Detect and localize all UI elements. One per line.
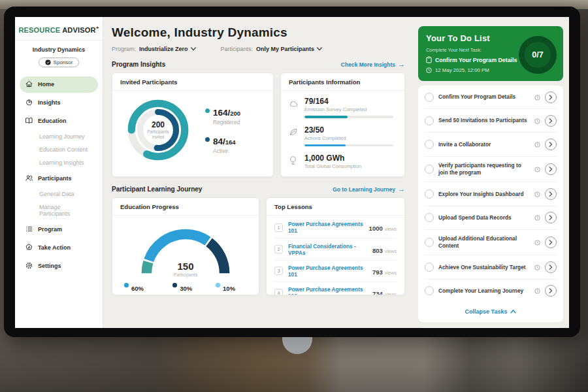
chevron-right-icon bbox=[549, 215, 553, 220]
todo-task-row: Complete Your Learning Journey bbox=[425, 280, 557, 302]
sidebar: RESOURCE ADVISOR+ Industry Dynamics Spon… bbox=[15, 17, 103, 328]
task-checkbox[interactable] bbox=[425, 165, 434, 174]
gauge-center-value: 150 bbox=[137, 261, 235, 272]
sponsor-badge[interactable]: Sponsor bbox=[39, 57, 80, 67]
legend-total: 200 bbox=[230, 110, 240, 117]
task-open-button[interactable] bbox=[545, 212, 557, 223]
donut-center-value: 200 bbox=[152, 120, 165, 129]
top-lessons-list: 1 Power Purchase Agreements 101 1000view… bbox=[267, 216, 404, 295]
donut-legend-item: 84/164 Active bbox=[205, 135, 240, 154]
sidebar-item-label: General Data bbox=[39, 191, 74, 197]
learning-journey-title: Participant Learning Journey bbox=[112, 186, 202, 193]
lesson-title-link[interactable]: Power Purchase Agreements 101 bbox=[288, 265, 367, 278]
lesson-row: 3 Power Purchase Agreements 101 793views bbox=[274, 261, 397, 282]
participants-filter-select[interactable]: Only My Participants bbox=[256, 46, 322, 52]
task-clock-icon bbox=[534, 188, 540, 200]
task-label: Send 50 Invitations to Participants bbox=[438, 117, 530, 124]
sidebar-item-home[interactable]: Home bbox=[20, 76, 98, 93]
sidebar-item-program[interactable]: Program bbox=[20, 221, 98, 238]
monitor-bezel: RESOURCE ADVISOR+ Industry Dynamics Spon… bbox=[4, 7, 580, 337]
metric-progress-bar bbox=[304, 144, 393, 147]
go-to-learning-journey-link[interactable]: Go to Learning Journey → bbox=[333, 186, 405, 193]
sidebar-item-insights[interactable]: Insights bbox=[20, 95, 98, 111]
task-checkbox[interactable] bbox=[425, 238, 434, 247]
sidebar-item-learning-insights[interactable]: Learning Insights bbox=[20, 157, 98, 169]
task-checkbox[interactable] bbox=[425, 93, 434, 102]
sidebar-item-general-data[interactable]: General Data bbox=[20, 189, 98, 200]
task-label: Invite a Collaborator bbox=[438, 141, 530, 148]
task-checkbox[interactable] bbox=[425, 213, 434, 222]
logo-plus: + bbox=[96, 25, 99, 31]
lesson-row: 2 Financial Considerations - VPPAs 803vi… bbox=[274, 238, 397, 260]
program-insights-title: Program Insights bbox=[112, 61, 165, 68]
chevron-up-icon bbox=[510, 310, 516, 314]
collapse-tasks-link[interactable]: Collapse Tasks bbox=[425, 302, 557, 322]
collapse-tasks-label: Collapse Tasks bbox=[465, 308, 508, 315]
lesson-rank: 3 bbox=[274, 267, 283, 275]
participants-filter: Participants: Only My Participants bbox=[221, 46, 323, 52]
sidebar-item-label: Education bbox=[38, 118, 67, 124]
todo-task-row: Send 50 Invitations to Participants bbox=[425, 109, 557, 133]
todo-progress-value: 0/7 bbox=[525, 42, 551, 68]
gauge-legend-item: 30% Pending bbox=[172, 282, 197, 295]
sidebar-item-label: Insights bbox=[38, 99, 61, 106]
program-filter-select[interactable]: Industrialize Zero bbox=[139, 46, 196, 52]
recent-news-card: Recent News bbox=[418, 327, 563, 328]
task-checkbox[interactable] bbox=[425, 189, 434, 199]
metric-value: 23/50 bbox=[304, 125, 393, 135]
top-lessons-card: Top Lessons 1 Power Purchase Agreements … bbox=[266, 197, 405, 295]
lesson-rank: 1 bbox=[274, 223, 283, 232]
task-label: Confirm Your Program Details bbox=[438, 93, 530, 101]
metric-label: Emission Survey Completed bbox=[304, 106, 393, 112]
task-open-button[interactable] bbox=[545, 261, 557, 273]
check-more-insights-link[interactable]: Check More Insights → bbox=[341, 61, 405, 68]
education-icon bbox=[25, 116, 33, 126]
task-open-button[interactable] bbox=[545, 139, 557, 150]
organization-name: Industry Dynamics bbox=[15, 46, 103, 53]
task-open-button[interactable] bbox=[545, 163, 557, 175]
legend-value: 84/ bbox=[213, 137, 225, 146]
legend-label: Not Started bbox=[223, 294, 247, 295]
todo-task-row: Confirm Your Program Details bbox=[425, 86, 557, 109]
program-filter: Program: Industrialize Zero bbox=[112, 46, 196, 52]
task-open-button[interactable] bbox=[545, 115, 557, 127]
task-open-button[interactable] bbox=[545, 91, 557, 103]
sponsor-icon bbox=[45, 59, 51, 65]
sidebar-item-take-action[interactable]: Take Action bbox=[20, 240, 98, 256]
task-checkbox[interactable] bbox=[425, 140, 434, 149]
task-checkbox[interactable] bbox=[425, 286, 434, 295]
gauge-legend-item: 10% Not Started bbox=[216, 282, 247, 295]
task-open-button[interactable] bbox=[545, 237, 557, 248]
insights-cards-row: Invited Participants bbox=[112, 73, 405, 177]
sidebar-item-label: Learning Insights bbox=[39, 159, 84, 166]
arrow-right-icon: → bbox=[398, 186, 405, 193]
sidebar-item-education-content[interactable]: Education Content bbox=[20, 144, 98, 155]
legend-pct: 30% bbox=[180, 285, 192, 292]
todo-task-row: Upload Additional Educational Content bbox=[425, 230, 557, 256]
donut-legend-item: 164/200 Registered bbox=[205, 106, 240, 125]
task-checkbox[interactable] bbox=[425, 263, 434, 272]
participants-information-card: Participants Information 79/164 Emission… bbox=[280, 73, 405, 177]
task-label: Achieve One Sustainability Target bbox=[438, 264, 530, 271]
top-lessons-title: Top Lessons bbox=[267, 198, 404, 216]
actions-icon bbox=[289, 125, 299, 147]
sidebar-item-manage-participants[interactable]: Manage Participants bbox=[20, 202, 98, 220]
sidebar-item-participants[interactable]: Participants bbox=[20, 171, 98, 187]
todo-tasks-list: Confirm Your Program Details Send 50 Inv… bbox=[425, 86, 557, 302]
task-checkbox[interactable] bbox=[425, 116, 434, 125]
lesson-views: 734 bbox=[372, 290, 383, 295]
home-icon bbox=[25, 80, 33, 90]
sidebar-item-learning-journey[interactable]: Learning Journey bbox=[20, 131, 98, 142]
task-open-button[interactable] bbox=[545, 188, 557, 200]
todo-datetime-label: 12 May 2025, 12:00 PM bbox=[435, 67, 489, 73]
sidebar-item-settings[interactable]: Settings bbox=[20, 258, 98, 274]
todo-task-row: Achieve One Sustainability Target bbox=[425, 255, 557, 279]
lesson-title-link[interactable]: Power Purchase Agreements 102 bbox=[288, 286, 367, 295]
metric-progress-fill bbox=[304, 116, 348, 118]
sidebar-item-education[interactable]: Education bbox=[20, 113, 98, 129]
todo-header-card: Your To Do List Complete Your Next Task:… bbox=[418, 26, 563, 81]
todo-task-row: Verify participants requesting to join t… bbox=[425, 157, 557, 183]
lesson-title-link[interactable]: Power Purchase Agreements 101 bbox=[288, 221, 364, 234]
task-open-button[interactable] bbox=[545, 285, 557, 297]
lesson-title-link[interactable]: Financial Considerations - VPPAs bbox=[288, 243, 367, 256]
